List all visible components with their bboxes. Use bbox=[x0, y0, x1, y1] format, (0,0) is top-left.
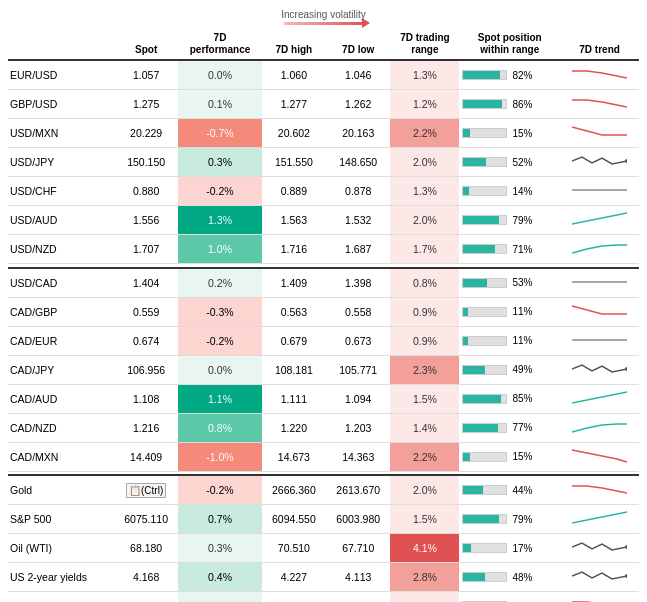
cell-range: 2.0% bbox=[390, 148, 459, 177]
table-row: CAD/EUR0.674-0.2%0.6790.6730.9% 11% bbox=[8, 326, 639, 355]
cell-range: 1.3% bbox=[390, 60, 459, 90]
col-spot-position: Spot positionwithin range bbox=[459, 29, 560, 60]
cell-name: USD/AUD bbox=[8, 206, 114, 235]
cell-trend bbox=[560, 90, 639, 119]
cell-high: 1.716 bbox=[262, 235, 326, 264]
cell-spot-bar: 17% bbox=[459, 534, 560, 563]
cell-spot-bar: 18% bbox=[459, 592, 560, 603]
cell-high: 1.277 bbox=[262, 90, 326, 119]
cell-spot-bar: 14% bbox=[459, 177, 560, 206]
cell-high: 14.673 bbox=[262, 442, 326, 471]
table-row: Oil (WTI)68.1800.3%70.51067.7104.1% 17% bbox=[8, 534, 639, 563]
cell-perf: 0.1% bbox=[178, 592, 261, 603]
table-header-row: Spot 7Dperformance 7D high 7D low 7D tra… bbox=[8, 29, 639, 60]
cell-spot-bar: 15% bbox=[459, 442, 560, 471]
cell-name: CAD/GBP bbox=[8, 297, 114, 326]
cell-name: EUR/USD bbox=[8, 60, 114, 90]
cell-spot: 0.559 bbox=[114, 297, 178, 326]
cell-spot: 14.409 bbox=[114, 442, 178, 471]
cell-low: 1.046 bbox=[326, 60, 390, 90]
cell-spot: 0.674 bbox=[114, 326, 178, 355]
cell-name: DXY bbox=[8, 592, 114, 603]
cell-spot: 150.150 bbox=[114, 148, 178, 177]
volatility-arrow bbox=[8, 22, 639, 25]
cell-low: 1.398 bbox=[326, 268, 390, 298]
cell-high: 108.181 bbox=[262, 355, 326, 384]
cell-range: 1.3% bbox=[390, 177, 459, 206]
cell-range: 2.2% bbox=[390, 119, 459, 148]
table-row: DXY105.8140.1%106.731105.6151.1% 18% bbox=[8, 592, 639, 603]
cell-spot-bar: 79% bbox=[459, 505, 560, 534]
volatility-header: Increasing volatility bbox=[8, 8, 639, 25]
cell-low: 0.673 bbox=[326, 326, 390, 355]
cell-perf: -0.2% bbox=[178, 475, 261, 505]
cell-trend bbox=[560, 297, 639, 326]
cell-trend bbox=[560, 60, 639, 90]
cell-low: 105.771 bbox=[326, 355, 390, 384]
cell-perf: 0.7% bbox=[178, 505, 261, 534]
cell-trend bbox=[560, 534, 639, 563]
cell-trend bbox=[560, 206, 639, 235]
cell-perf: -0.7% bbox=[178, 119, 261, 148]
cell-name: S&P 500 bbox=[8, 505, 114, 534]
table-row: USD/JPY150.1500.3%151.550148.6502.0% 52% bbox=[8, 148, 639, 177]
svg-point-3 bbox=[625, 574, 627, 578]
cell-perf: 1.3% bbox=[178, 206, 261, 235]
cell-spot: 106.956 bbox=[114, 355, 178, 384]
col-name bbox=[8, 29, 114, 60]
cell-spot: 68.180 bbox=[114, 534, 178, 563]
col-7d-low: 7D low bbox=[326, 29, 390, 60]
cell-trend bbox=[560, 442, 639, 471]
cell-high: 1.060 bbox=[262, 60, 326, 90]
cell-high: 1.220 bbox=[262, 413, 326, 442]
cell-perf: -0.3% bbox=[178, 297, 261, 326]
cell-name: CAD/MXN bbox=[8, 442, 114, 471]
cell-perf: -1.0% bbox=[178, 442, 261, 471]
cell-low: 105.615 bbox=[326, 592, 390, 603]
cell-high: 0.563 bbox=[262, 297, 326, 326]
cell-perf: 1.0% bbox=[178, 235, 261, 264]
cell-spot-bar: 79% bbox=[459, 206, 560, 235]
cell-perf: 0.0% bbox=[178, 355, 261, 384]
cell-spot: 1.108 bbox=[114, 384, 178, 413]
cell-spot: 4.168 bbox=[114, 563, 178, 592]
cell-name: USD/CAD bbox=[8, 268, 114, 298]
cell-spot-bar: 86% bbox=[459, 90, 560, 119]
cell-spot-bar: 71% bbox=[459, 235, 560, 264]
table-row: USD/CAD1.4040.2%1.4091.3980.8% 53% bbox=[8, 268, 639, 298]
cell-range: 2.8% bbox=[390, 563, 459, 592]
cell-spot: 1.707 bbox=[114, 235, 178, 264]
table-row: USD/MXN20.229-0.7%20.60220.1632.2% 15% bbox=[8, 119, 639, 148]
table-row: USD/AUD1.5561.3%1.5631.5322.0% 79% bbox=[8, 206, 639, 235]
paste-icon[interactable]: 📋(Ctrl) bbox=[126, 483, 166, 498]
cell-range: 0.9% bbox=[390, 297, 459, 326]
volatility-arrow-line bbox=[284, 22, 364, 25]
cell-range: 2.3% bbox=[390, 355, 459, 384]
cell-name: CAD/NZD bbox=[8, 413, 114, 442]
cell-high: 20.602 bbox=[262, 119, 326, 148]
cell-spot-bar: 44% bbox=[459, 475, 560, 505]
cell-range: 2.0% bbox=[390, 475, 459, 505]
main-table: Spot 7Dperformance 7D high 7D low 7D tra… bbox=[8, 29, 639, 602]
col-7d-high: 7D high bbox=[262, 29, 326, 60]
svg-point-2 bbox=[625, 545, 627, 549]
cell-low: 1.094 bbox=[326, 384, 390, 413]
cell-perf: -0.2% bbox=[178, 177, 261, 206]
cell-name: USD/MXN bbox=[8, 119, 114, 148]
cell-spot: 20.229 bbox=[114, 119, 178, 148]
cell-spot-bar: 49% bbox=[459, 355, 560, 384]
cell-low: 148.650 bbox=[326, 148, 390, 177]
cell-spot-bar: 52% bbox=[459, 148, 560, 177]
cell-spot: 📋(Ctrl) bbox=[114, 475, 178, 505]
cell-name: CAD/EUR bbox=[8, 326, 114, 355]
table-row: CAD/MXN14.409-1.0%14.67314.3632.2% 15% bbox=[8, 442, 639, 471]
cell-spot-bar: 82% bbox=[459, 60, 560, 90]
table-row: Gold📋(Ctrl)-0.2%2666.3602613.6702.0% 44% bbox=[8, 475, 639, 505]
cell-spot: 1.216 bbox=[114, 413, 178, 442]
cell-spot-bar: 77% bbox=[459, 413, 560, 442]
cell-range: 2.0% bbox=[390, 206, 459, 235]
cell-range: 0.9% bbox=[390, 326, 459, 355]
cell-range: 1.7% bbox=[390, 235, 459, 264]
cell-trend bbox=[560, 355, 639, 384]
cell-spot: 1.556 bbox=[114, 206, 178, 235]
